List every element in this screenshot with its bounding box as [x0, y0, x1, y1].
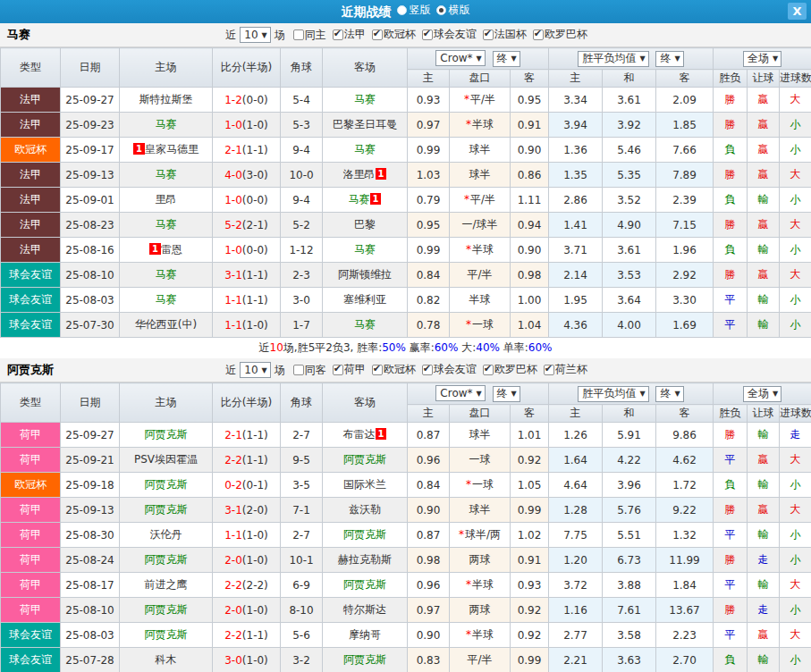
fulltime-score: 2-0 [224, 554, 242, 567]
match-type: 荷甲 [1, 523, 61, 548]
score: 1-1(1-1) [213, 288, 281, 313]
league-filter-欧罗巴杯[interactable]: 欧罗巴杯 [533, 27, 587, 42]
result-outcome: 勝 [714, 88, 748, 113]
league-filter-荷兰杯[interactable]: 荷兰杯 [544, 362, 587, 377]
result-goals: 小 [780, 648, 811, 672]
asia-handicap: 球半 [450, 498, 511, 523]
league-filter-球会友谊[interactable]: 球会友谊 [422, 362, 477, 377]
away-team-name: 马赛 [354, 93, 376, 105]
full-match-select[interactable]: 全场▼ [743, 51, 781, 67]
away-team-name: 国际米兰 [343, 478, 386, 491]
match-type: 法甲 [1, 213, 61, 238]
col-header-home: 主场 [120, 383, 213, 423]
asia-handicap: 平/半 [450, 648, 511, 672]
asia-away-odds: 0.86 [511, 163, 549, 188]
asia-final-value: 终 [497, 386, 508, 401]
close-button[interactable]: X [788, 3, 807, 20]
fulltime-score: 0-2 [224, 479, 242, 491]
chevron-down-icon: ▼ [773, 55, 778, 63]
match-count-select[interactable]: 10 ▼ [240, 362, 270, 378]
league-filter-label: 欧罗巴杯 [494, 362, 537, 377]
average-odds-select[interactable]: 胜平负均值▼ [578, 51, 648, 67]
same-venue-filter[interactable]: 同客 [293, 363, 326, 378]
match-date: 25-07-30 [61, 313, 120, 338]
bookmaker-select[interactable]: Crow*▼ [435, 50, 485, 66]
match-type: 法甲 [1, 113, 61, 138]
dialog-title: 近期战绩 [342, 4, 392, 19]
layout-radio-horizontal[interactable]: 横版 [436, 3, 470, 18]
league-filter-荷甲[interactable]: 荷甲 [333, 362, 366, 377]
subcol-result-outcome: 胜负 [714, 70, 748, 88]
halftime-score: (1-1) [242, 144, 268, 156]
asia-home-odds: 0.99 [408, 138, 450, 163]
col-header-date: 日期 [61, 383, 120, 423]
result-header: 全场▼ [714, 48, 811, 70]
score: 3-1(1-1) [213, 263, 281, 288]
league-filter-法甲[interactable]: 法甲 [333, 27, 366, 42]
home-team: 沃伦丹 [120, 523, 213, 548]
asia-home-odds: 0.99 [408, 238, 450, 263]
europe-draw-odds: 3.58 [603, 623, 656, 648]
league-filter-欧罗巴杯[interactable]: 欧罗巴杯 [483, 362, 537, 377]
europe-final-select[interactable]: 终▼ [655, 386, 683, 402]
league-filter-欧冠杯[interactable]: 欧冠杯 [372, 27, 416, 42]
europe-away-odds: 7.15 [656, 213, 714, 238]
asia-away-odds: 0.90 [511, 138, 549, 163]
same-venue-filter[interactable]: 同主 [293, 28, 326, 43]
europe-home-odds: 1.95 [549, 288, 603, 313]
match-type: 球会友谊 [1, 623, 61, 648]
result-handicap: 輸 [748, 473, 780, 498]
league-filter-label: 荷兰杯 [555, 362, 587, 377]
europe-away-odds: 2.39 [656, 188, 714, 213]
match-row: 欧冠杯25-09-171皇家马德里2-1(1-1)9-4马赛0.99球半0.90… [1, 138, 811, 163]
away-team: 洛里昂1 [323, 163, 408, 188]
europe-away-odds: 2.23 [656, 623, 714, 648]
europe-final-value: 终 [660, 51, 671, 66]
home-team: 1雷恩 [120, 238, 213, 263]
home-team: 马赛 [120, 163, 213, 188]
chevron-down-icon: ▼ [674, 55, 680, 63]
europe-away-odds: 9.22 [656, 498, 714, 523]
europe-draw-odds: 4.00 [603, 313, 656, 338]
league-filter-欧冠杯[interactable]: 欧冠杯 [372, 362, 416, 377]
asia-final-select[interactable]: 终▼ [493, 386, 520, 402]
halftime-score: (1-0) [242, 654, 268, 667]
europe-away-odds: 1.84 [656, 573, 714, 598]
europe-away-odds: 13.67 [656, 598, 714, 623]
match-row: 法甲25-09-13马赛4-0(3-0)10-0洛里昂11.03球半0.861.… [1, 163, 811, 188]
europe-draw-odds: 5.51 [603, 523, 656, 548]
result-handicap: 贏 [748, 213, 780, 238]
summary-segment: 50% [382, 341, 406, 354]
fulltime-score: 1-1 [224, 294, 242, 307]
average-odds-select[interactable]: 胜平负均值▼ [578, 386, 648, 402]
match-count-select[interactable]: 10 ▼ [240, 27, 270, 43]
asia-final-select[interactable]: 终▼ [493, 51, 520, 67]
europe-away-odds: 2.92 [656, 263, 714, 288]
match-date: 25-09-13 [61, 163, 120, 188]
league-filter-法国杯[interactable]: 法国杯 [483, 27, 527, 42]
match-type: 法甲 [1, 188, 61, 213]
halftime-score: (1-0) [242, 119, 268, 131]
league-filter-label: 法甲 [344, 27, 366, 42]
score: 1-2(0-0) [213, 88, 281, 113]
result-handicap: 走 [748, 598, 780, 623]
bookmaker-select[interactable]: Crow*▼ [435, 385, 485, 401]
asterisk-marker: * [466, 578, 471, 591]
match-date: 25-08-10 [61, 263, 120, 288]
layout-radio-vertical[interactable]: 竖版 [397, 3, 431, 18]
europe-away-odds: 1.69 [656, 313, 714, 338]
match-row: 球会友谊25-07-30华伦西亚(中)1-1(1-0)1-7马赛0.78*一球1… [1, 313, 811, 338]
europe-home-odds: 2.21 [549, 648, 603, 672]
asia-home-odds: 0.84 [408, 473, 450, 498]
league-filter-球会友谊[interactable]: 球会友谊 [422, 27, 477, 42]
match-rows: 法甲25-09-27斯特拉斯堡1-2(0-0)5-4马赛0.93*平/半0.95… [1, 88, 811, 338]
asia-away-odds: 0.92 [511, 623, 549, 648]
match-date: 25-07-28 [61, 648, 120, 672]
europe-odds-header: 胜平负均值▼ 终▼ [549, 48, 714, 70]
checkbox-icon [483, 365, 494, 375]
corner-score: 5-2 [281, 213, 323, 238]
full-match-select[interactable]: 全场▼ [743, 386, 781, 402]
europe-final-select[interactable]: 终▼ [655, 51, 683, 67]
home-team: 马赛 [120, 213, 213, 238]
result-handicap: 贏 [748, 498, 780, 523]
